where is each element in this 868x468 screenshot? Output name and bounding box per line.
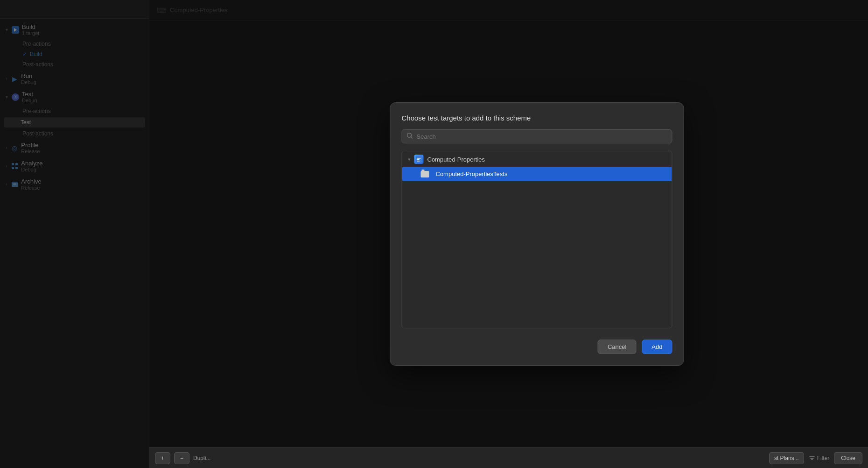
dialog-buttons: Cancel Add <box>402 340 672 354</box>
search-icon <box>407 133 413 140</box>
test-plans-button[interactable]: st Plans... <box>769 452 804 464</box>
folder-icon <box>421 171 429 177</box>
svg-line-10 <box>411 137 413 138</box>
add-button[interactable]: Add <box>642 340 672 354</box>
tree-container: ▾ Computed-Properties Computed-Propertie… <box>402 151 672 328</box>
svg-rect-13 <box>417 159 420 160</box>
duplicate-button[interactable]: Dupli... <box>193 455 210 461</box>
dialog: Choose test targets to add to this schem… <box>390 102 684 366</box>
cancel-button[interactable]: Cancel <box>598 340 636 354</box>
dialog-title: Choose test targets to add to this schem… <box>402 114 672 122</box>
app-icon <box>414 155 424 164</box>
svg-rect-14 <box>417 161 420 162</box>
tree-item-tests[interactable]: Computed-PropertiesTests <box>402 167 672 181</box>
svg-rect-12 <box>417 158 421 159</box>
bottom-toolbar: + − Dupli... st Plans... Filter Close <box>149 447 868 468</box>
remove-button-bottom[interactable]: − <box>174 452 189 464</box>
tree-chevron-icon: ▾ <box>408 156 411 163</box>
tree-group-computed-properties[interactable]: ▾ Computed-Properties <box>402 151 672 167</box>
tree-group-label: Computed-Properties <box>427 156 485 163</box>
dialog-overlay: Choose test targets to add to this schem… <box>0 0 868 468</box>
close-button[interactable]: Close <box>834 452 862 464</box>
search-input[interactable] <box>417 133 667 140</box>
filter-button[interactable]: Filter <box>809 455 830 461</box>
search-bar[interactable] <box>402 129 672 143</box>
add-button-bottom[interactable]: + <box>155 452 170 464</box>
tree-item-label: Computed-PropertiesTests <box>436 170 508 177</box>
filter-label: Filter <box>817 455 830 461</box>
